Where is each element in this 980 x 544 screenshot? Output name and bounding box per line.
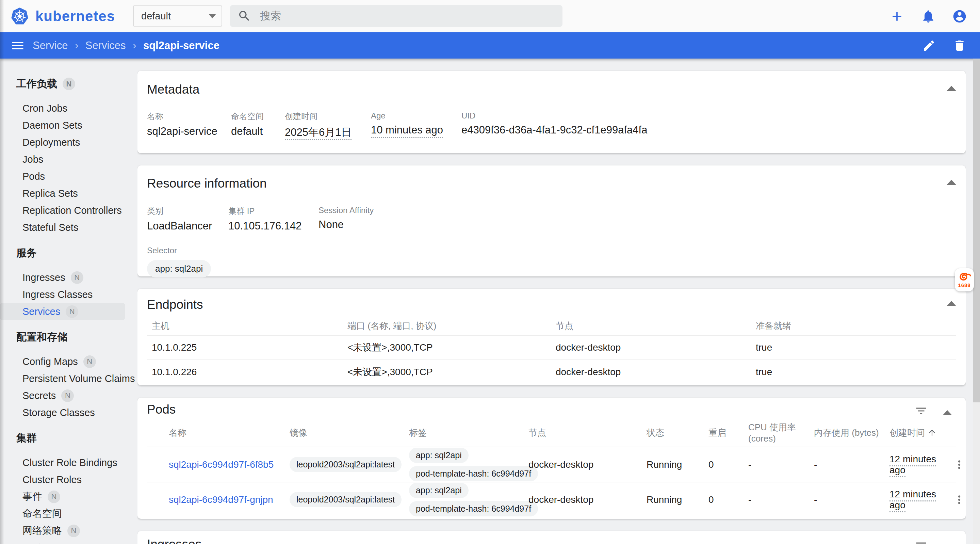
sidebar-item-stateful-sets[interactable]: Stateful Sets <box>0 219 137 236</box>
collapse-arrow-icon[interactable] <box>947 180 956 185</box>
pod-label-chip: pod-template-hash: 6c994d97f <box>409 501 538 517</box>
sidebar-item-ingress-classes[interactable]: Ingress Classes <box>0 286 137 303</box>
pod-cpu: - <box>748 494 814 505</box>
sidebar-item-deployments[interactable]: Deployments <box>0 134 137 151</box>
column-header-node: 节点 <box>528 427 646 439</box>
nav-item-label: Config Maps <box>22 356 78 367</box>
sidebar-item-replica-sets[interactable]: Replica Sets <box>0 185 137 202</box>
resource-information-card: Resource information 类别 LoadBalancer 集群 … <box>137 166 966 276</box>
breadcrumb-separator-icon: › <box>75 39 78 51</box>
endpoints-table-header: 主机 端口 (名称, 端口, 协议) 节点 准备就绪 <box>147 317 956 335</box>
header-actions <box>889 0 967 32</box>
alibaba-1688-logo-icon <box>958 272 971 282</box>
sidebar-item-ingresses[interactable]: Ingresses N <box>0 269 137 286</box>
page-title: sql2api-service <box>143 40 220 52</box>
kebab-menu-icon[interactable] <box>953 493 966 506</box>
pod-labels: app: sql2api pod-template-hash: 6c994d97… <box>409 448 528 481</box>
pod-node: docker-desktop <box>528 459 646 470</box>
section-label: 工作负载 <box>16 77 57 91</box>
endpoint-node: docker-desktop <box>556 367 756 378</box>
nav-item-label: Secrets <box>22 390 56 401</box>
sidebar-item-cluster-role-bindings[interactable]: Cluster Role Bindings <box>0 454 137 471</box>
field-value: e4309f36-d36a-4fa1-9c32-cf1e99afa4fa <box>461 124 647 136</box>
sidebar-item-namespaces[interactable]: 命名空间 <box>0 505 137 522</box>
endpoint-ports: <未设置>,3000,TCP <box>347 341 556 354</box>
metadata-field-uid: UID e4309f36-d36a-4fa1-9c32-cf1e99afa4fa <box>461 111 647 140</box>
column-header-created: 创建时间 <box>889 427 925 439</box>
breadcrumb-root[interactable]: Service <box>33 40 68 52</box>
sidebar-item-jobs[interactable]: Jobs <box>0 151 137 168</box>
nav-item-label: Storage Classes <box>22 407 95 418</box>
sidebar-item-replication-controllers[interactable]: Replication Controllers <box>0 202 137 219</box>
sidebar-item-nodes[interactable]: Nodes <box>0 539 137 544</box>
pod-name-link[interactable]: sql2api-6c994d97f-6f8b5 <box>169 459 274 470</box>
sidebar-section-workloads: 工作负载 N <box>0 67 137 97</box>
pods-card: Pods 名称 镜像 标签 节点 状态 重启 CPU 使用率 (cores) 内… <box>137 397 966 519</box>
alibaba-1688-floating-widget[interactable]: 1688 <box>955 268 974 291</box>
sidebar-item-events[interactable]: 事件 N <box>0 488 137 505</box>
breadcrumb-parent[interactable]: Services <box>86 40 126 52</box>
pod-row: sql2api-6c994d97f-6f8b5 leopold2003/sql2… <box>147 447 956 482</box>
sidebar-item-daemon-sets[interactable]: Daemon Sets <box>0 117 137 134</box>
selector-block: Selector app: sql2api <box>137 246 966 278</box>
sidebar-item-persistent-volume-claims[interactable]: Persistent Volume Claims N <box>0 370 137 387</box>
account-avatar-icon[interactable] <box>952 9 967 24</box>
search-input[interactable] <box>260 10 532 22</box>
logo-wordmark: kubernetes <box>35 8 115 24</box>
field-label: Age <box>371 111 461 121</box>
pod-label-chip: pod-template-hash: 6c994d97f <box>409 466 538 481</box>
sidebar-item-cron-jobs[interactable]: Cron Jobs <box>0 100 137 117</box>
sidebar-section-service: 服务 <box>0 236 137 266</box>
namespace-selector[interactable]: default <box>133 5 222 27</box>
vertical-scrollbar <box>973 59 980 544</box>
nav-item-label: Ingress Classes <box>22 289 92 300</box>
breadcrumb: Service › Services › sql2api-service <box>33 40 220 52</box>
field-value: None <box>318 219 374 231</box>
sidebar-item-cluster-roles[interactable]: Cluster Roles <box>0 471 137 488</box>
sidebar-item-services[interactable]: Services N <box>0 303 125 320</box>
ingresses-card: Ingresses <box>137 531 966 544</box>
sidebar-item-secrets[interactable]: Secrets N <box>0 387 137 404</box>
nav-item-label: Replica Sets <box>22 188 78 199</box>
nav-item-label: 事件 <box>22 490 42 504</box>
endpoint-host: 10.1.0.225 <box>147 342 347 353</box>
add-resource-icon[interactable] <box>889 9 904 24</box>
sidebar-item-pods[interactable]: Pods <box>0 168 137 185</box>
kebab-menu-icon[interactable] <box>953 458 966 471</box>
collapse-arrow-icon[interactable] <box>947 301 956 306</box>
breadcrumb-toolbar: Service › Services › sql2api-service <box>0 32 980 59</box>
card-title-metadata: Metadata <box>147 82 199 97</box>
selector-chip: app: sql2api <box>147 260 211 278</box>
pod-name-link[interactable]: sql2api-6c994d97f-gnjpn <box>169 494 273 505</box>
delete-trash-icon[interactable] <box>953 39 966 53</box>
pod-restarts: 0 <box>708 459 748 470</box>
sidebar-item-network-policies[interactable]: 网络策略 N <box>0 522 137 539</box>
nav-item-label: Ingresses <box>22 272 65 283</box>
field-value: default <box>231 125 285 137</box>
new-badge: N <box>83 356 96 368</box>
pod-row: sql2api-6c994d97f-gnjpn leopold2003/sql2… <box>147 482 956 517</box>
column-header-restarts: 重启 <box>708 427 748 439</box>
app-header: kubernetes default <box>0 0 980 32</box>
collapse-arrow-icon[interactable] <box>947 86 956 91</box>
filter-list-icon[interactable] <box>915 539 928 544</box>
collapse-arrow-icon[interactable] <box>943 410 952 415</box>
endpoint-ready: true <box>756 367 956 378</box>
scrollbar-thumb[interactable] <box>973 59 980 402</box>
kubernetes-logo[interactable]: kubernetes <box>10 7 115 26</box>
field-value: 10.105.176.142 <box>228 220 318 232</box>
column-header-labels: 标签 <box>409 427 528 439</box>
sidebar-item-config-maps[interactable]: Config Maps N <box>0 353 137 370</box>
filter-list-icon[interactable] <box>915 404 928 417</box>
sidebar-section-cluster: 集群 <box>0 421 137 451</box>
nav-item-label: Cron Jobs <box>22 103 67 114</box>
metadata-field-name: 名称 sql2api-service <box>147 111 231 140</box>
nav-item-label: Services <box>22 306 60 317</box>
sidebar-item-storage-classes[interactable]: Storage Classes <box>0 404 137 421</box>
column-header-node: 节点 <box>556 320 756 332</box>
notifications-bell-icon[interactable] <box>921 9 936 24</box>
namespace-selected-value: default <box>141 11 171 22</box>
hamburger-menu-icon[interactable] <box>10 38 25 53</box>
edit-pencil-icon[interactable] <box>922 39 936 53</box>
sort-by-created[interactable]: 创建时间 <box>889 427 937 439</box>
